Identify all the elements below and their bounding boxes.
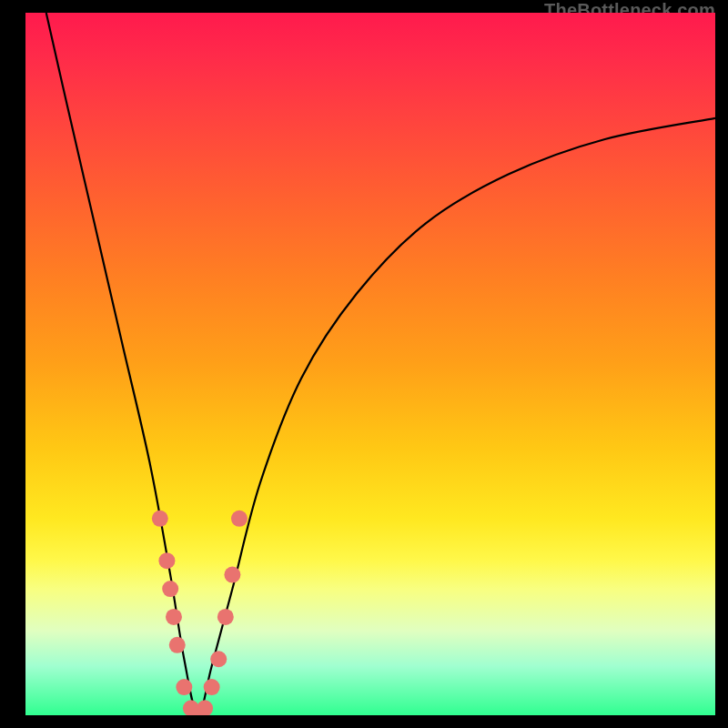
marker-dot	[210, 651, 227, 667]
plot-area	[25, 13, 715, 715]
bottleneck-curve-path	[46, 13, 715, 715]
marker-dot	[224, 567, 240, 583]
marker-dot	[217, 609, 234, 625]
marker-dot	[169, 637, 186, 653]
marker-dot	[166, 609, 182, 625]
chart-frame: TheBottleneck.com	[0, 0, 728, 728]
marker-dot	[152, 511, 168, 527]
marker-dot	[158, 552, 175, 569]
marker-dot	[204, 679, 220, 695]
bottleneck-curve-svg	[25, 13, 715, 715]
marker-group	[152, 511, 248, 715]
marker-dot	[162, 581, 178, 597]
marker-dot	[197, 700, 213, 715]
marker-dot	[176, 679, 192, 695]
marker-dot	[231, 511, 248, 527]
